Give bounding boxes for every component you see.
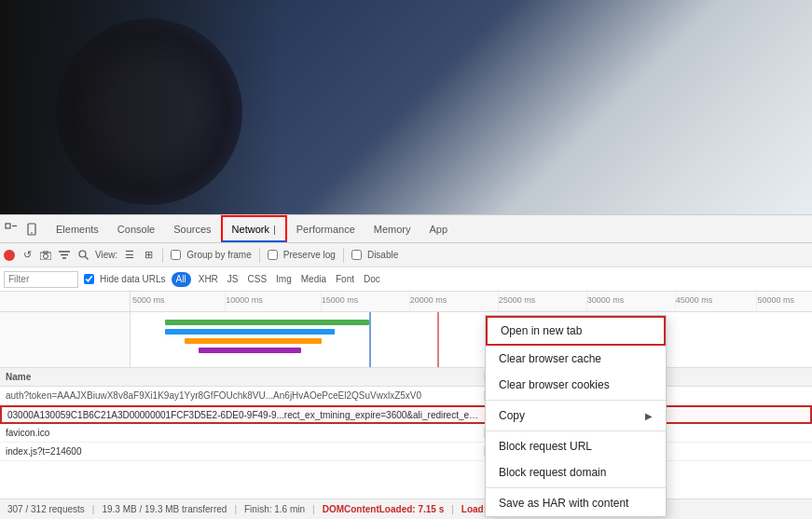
svg-point-5 [44, 253, 48, 258]
filter-input[interactable] [4, 271, 78, 288]
preserve-log-label: Preserve log [283, 250, 336, 260]
context-menu-separator2 [486, 430, 666, 431]
finish-time: Finish: 1.6 min [244, 504, 305, 514]
hero-image [0, 0, 812, 214]
disable-checkbox[interactable] [351, 250, 362, 260]
view-label: View: [95, 250, 117, 260]
table-row[interactable]: auth?token=AAAJXBiuwX8v8aF9Xi1K9ay1Yyr8G… [0, 387, 812, 405]
table-row[interactable]: index.js?t=214600 200 script script [0, 443, 812, 461]
context-menu: Open in new tab Clear browser cache Clea… [485, 315, 667, 517]
preserve-log-checkbox[interactable] [268, 250, 278, 260]
refresh-icon[interactable]: ↺ [21, 249, 34, 262]
doc-filter[interactable]: Doc [362, 274, 382, 284]
tab-app[interactable]: App [420, 215, 458, 242]
table-row[interactable]: favicon.ico 200 octet-st octet-st [0, 424, 812, 443]
timeline-track: 5000 ms 10000 ms 15000 ms 20000 ms 25000… [131, 292, 812, 311]
context-menu-separator [486, 400, 666, 401]
hide-data-urls-label: Hide data URLs [100, 274, 166, 284]
separator2 [259, 248, 260, 263]
hide-data-urls-checkbox[interactable] [84, 274, 94, 284]
context-menu-clear-cookies[interactable]: Clear browser cookies [486, 372, 666, 398]
all-filter-badge[interactable]: All [172, 272, 191, 287]
inspect-icon[interactable] [4, 222, 19, 237]
media-filter[interactable]: Media [299, 274, 328, 284]
mobile-icon[interactable] [24, 222, 39, 237]
record-button[interactable] [4, 250, 15, 261]
requests-count: 307 / 312 requests [7, 504, 85, 514]
context-menu-save-har[interactable]: Save as HAR with content [486, 490, 666, 516]
group-by-frame-checkbox[interactable] [171, 250, 181, 260]
context-menu-block-domain[interactable]: Block request domain [486, 459, 666, 485]
search-icon[interactable] [76, 249, 89, 262]
separator1 [162, 248, 163, 263]
devtools-tabs: Elements Console Sources Network | Perfo… [47, 215, 808, 242]
svg-line-11 [85, 257, 88, 260]
dom-content-loaded: DOMContentLoaded: 7.15 s [323, 504, 445, 514]
font-filter[interactable]: Font [334, 274, 356, 284]
transferred-size: 19.3 MB / 19.3 MB transferred [102, 504, 227, 514]
context-menu-clear-cache[interactable]: Clear browser cache [486, 346, 666, 372]
context-menu-open-new-tab[interactable]: Open in new tab [486, 316, 666, 346]
img-filter[interactable]: Img [274, 274, 294, 284]
submenu-chevron-icon: ▶ [645, 411, 653, 421]
separator3 [343, 248, 344, 263]
timeline-bar: 5000 ms 10000 ms 15000 ms 20000 ms 25000… [0, 292, 812, 312]
network-table: Name Status Type Type auth?token=AAAJXBi… [0, 368, 812, 499]
tab-console[interactable]: Console [108, 215, 164, 242]
context-menu-copy[interactable]: Copy ▶ [486, 403, 666, 429]
waterfall-chart [131, 312, 812, 367]
context-menu-block-url[interactable]: Block request URL [486, 433, 666, 459]
tab-memory[interactable]: Memory [365, 215, 420, 242]
list-view-icon[interactable]: ☰ [123, 249, 136, 262]
col-header-name: Name [0, 372, 485, 382]
grid-view-icon[interactable]: ⊞ [142, 249, 155, 262]
disable-label: Disable [367, 250, 398, 260]
js-filter[interactable]: JS [226, 274, 241, 284]
svg-rect-0 [6, 224, 10, 228]
tab-sources[interactable]: Sources [164, 215, 220, 242]
filter-icon[interactable] [58, 249, 71, 262]
tab-performance[interactable]: Performance [287, 215, 365, 242]
svg-point-10 [79, 251, 86, 257]
css-filter[interactable]: CSS [246, 274, 269, 284]
camera-icon[interactable] [39, 249, 52, 262]
group-by-frame-label: Group by frame [186, 250, 251, 260]
status-bar: 307 / 312 requests | 19.3 MB / 19.3 MB t… [0, 499, 812, 519]
table-row[interactable]: 03000A130059C1B6C21A3D00000001FCF3D5E2-6… [0, 405, 812, 424]
waterfall-chart-area [0, 312, 812, 368]
tab-network[interactable]: Network | [221, 215, 287, 242]
waterfall-name-column [0, 312, 131, 367]
network-toolbar: ↺ View: ☰ ⊞ Group by frame [0, 243, 812, 267]
table-header: Name Status Type Type [0, 368, 812, 387]
filter-toolbar: Hide data URLs All XHR JS CSS Img Media … [0, 267, 812, 292]
devtools-panel: Elements Console Sources Network | Perfo… [0, 214, 812, 519]
tab-elements[interactable]: Elements [47, 215, 108, 242]
xhr-filter[interactable]: XHR [197, 274, 220, 284]
devtools-tabbar: Elements Console Sources Network | Perfo… [0, 215, 812, 243]
context-menu-separator3 [486, 487, 666, 488]
